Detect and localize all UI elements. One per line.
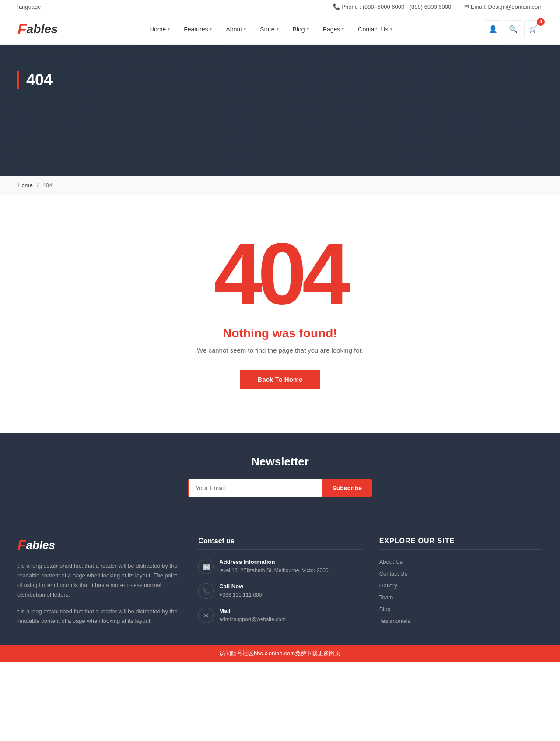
contact-phone-info: Call Now +333 111 111 000 xyxy=(219,583,262,599)
nav-home[interactable]: Home ▾ xyxy=(144,22,176,36)
watermark-bar: 访问幽号社区bbs.xienlao.com免费下载更多网页 xyxy=(0,645,560,662)
banner-inner: 404 xyxy=(18,71,542,158)
back-to-home-button[interactable]: Back To Home xyxy=(240,370,320,389)
footer-link-testimonials[interactable]: Testimonials xyxy=(379,618,542,624)
address-title: Address Information xyxy=(219,559,328,565)
footer-desc2: t is a long established fact that a read… xyxy=(18,607,181,626)
phone-icon: 📞 xyxy=(198,583,214,599)
footer-bottom: F ables t is a long established fact tha… xyxy=(0,515,560,645)
error-section: 404 Nothing was found! We cannot seem to… xyxy=(0,195,560,433)
user-button[interactable]: 👤 xyxy=(484,20,502,38)
newsletter-title: Newsletter xyxy=(18,455,542,468)
phone-value: +333 111 111 000 xyxy=(219,591,262,599)
footer-link-contact-us[interactable]: Contact Us xyxy=(379,570,542,577)
footer: Newsletter Subscribe F ables t is a long… xyxy=(0,433,560,662)
chevron-down-icon: ▾ xyxy=(390,27,392,31)
newsletter-email-input[interactable] xyxy=(189,479,322,497)
chevron-down-icon: ▾ xyxy=(244,27,246,31)
nav-features[interactable]: Features ▾ xyxy=(178,22,218,36)
contact-mail-info: Mail adminsupport@website.com xyxy=(219,608,286,623)
nav-contact[interactable]: Contact Us ▾ xyxy=(352,22,398,36)
search-button[interactable]: 🔍 xyxy=(504,20,522,38)
error-title: Nothing was found! xyxy=(18,326,542,340)
contact-mail: ✉ Mail adminsupport@website.com xyxy=(198,608,361,623)
chevron-down-icon: ▾ xyxy=(210,27,212,31)
contact-address: 🏢 Address Information level 13, 2Elizabe… xyxy=(198,559,361,574)
nav-blog[interactable]: Blog ▾ xyxy=(287,22,315,36)
address-value: level 13, 2Elizabeth St, Melbourne, Vict… xyxy=(219,566,328,574)
banner-title: 404 xyxy=(18,71,542,89)
contact-phone: 📞 Call Now +333 111 111 000 xyxy=(198,583,361,599)
breadcrumb: Home / 404 xyxy=(0,176,560,195)
newsletter-subscribe-button[interactable]: Subscribe xyxy=(322,479,371,497)
search-icon: 🔍 xyxy=(509,25,518,33)
footer-logo-col: F ables t is a long established fact tha… xyxy=(18,537,181,632)
header: F ables Home ▾ Features ▾ About ▾ Store … xyxy=(0,14,560,45)
nav-store[interactable]: Store ▾ xyxy=(254,22,284,36)
cart-button[interactable]: 🛒 3 xyxy=(524,20,542,38)
header-icons: 👤 🔍 🛒 3 xyxy=(484,20,542,38)
watermark-text: 访问幽号社区bbs.xienlao.com免费下载更多网页 xyxy=(220,650,340,657)
footer-desc1: t is a long established fact that a read… xyxy=(18,561,181,600)
phone-title: Call Now xyxy=(219,583,262,590)
contact-address-info: Address Information level 13, 2Elizabeth… xyxy=(219,559,328,574)
newsletter-form: Subscribe xyxy=(188,479,372,497)
chevron-down-icon: ▾ xyxy=(276,27,279,31)
breadcrumb-separator: / xyxy=(37,182,38,189)
top-bar-language[interactable]: language xyxy=(18,3,41,10)
cart-badge: 3 xyxy=(537,18,545,26)
footer-logo-rest: ables xyxy=(26,538,56,552)
footer-contact-heading: Contact us xyxy=(198,537,361,550)
chevron-down-icon: ▾ xyxy=(168,27,170,31)
top-bar-phone: 📞 Phone : (888) 6000 6000 - (888) 6000 6… xyxy=(333,3,451,10)
page-banner: 404 xyxy=(0,45,560,176)
error-description: We cannot seem to find the page that you… xyxy=(18,346,542,354)
cart-icon: 🛒 xyxy=(529,25,538,33)
footer-link-team[interactable]: Team xyxy=(379,594,542,601)
nav-pages[interactable]: Pages ▾ xyxy=(317,22,350,36)
newsletter-section: Newsletter Subscribe xyxy=(0,433,560,515)
footer-logo-f: F xyxy=(18,537,26,553)
main-nav: Home ▾ Features ▾ About ▾ Store ▾ Blog ▾… xyxy=(144,22,399,36)
footer-link-blog[interactable]: Blog xyxy=(379,606,542,612)
address-icon: 🏢 xyxy=(198,559,214,574)
mail-value: adminsupport@website.com xyxy=(219,615,286,623)
footer-explore-col: EXPLORE OUR SITE About Us Contact Us Gal… xyxy=(379,537,542,632)
footer-contact-col: Contact us 🏢 Address Information level 1… xyxy=(198,537,361,632)
chevron-down-icon: ▾ xyxy=(307,27,309,31)
mail-title: Mail xyxy=(219,608,286,614)
chevron-down-icon: ▾ xyxy=(342,27,344,31)
breadcrumb-home[interactable]: Home xyxy=(18,182,33,189)
logo-f: F xyxy=(18,21,27,38)
breadcrumb-current: 404 xyxy=(43,182,52,189)
top-bar-email: ✉ Email: Design@domain.com xyxy=(464,3,542,10)
footer-link-about-us[interactable]: About Us xyxy=(379,559,542,565)
logo[interactable]: F ables xyxy=(18,21,58,38)
user-icon: 👤 xyxy=(489,25,497,33)
nav-about[interactable]: About ▾ xyxy=(220,22,252,36)
error-number: 404 xyxy=(18,230,542,318)
footer-explore-heading: EXPLORE OUR SITE xyxy=(379,537,542,550)
top-bar-contact: 📞 Phone : (888) 6000 6000 - (888) 6000 6… xyxy=(333,3,542,10)
top-bar: language 📞 Phone : (888) 6000 6000 - (88… xyxy=(0,0,560,14)
logo-rest: ables xyxy=(27,22,58,36)
mail-icon: ✉ xyxy=(198,608,214,623)
footer-logo: F ables xyxy=(18,537,181,553)
footer-link-gallery[interactable]: Gallery xyxy=(379,582,542,589)
